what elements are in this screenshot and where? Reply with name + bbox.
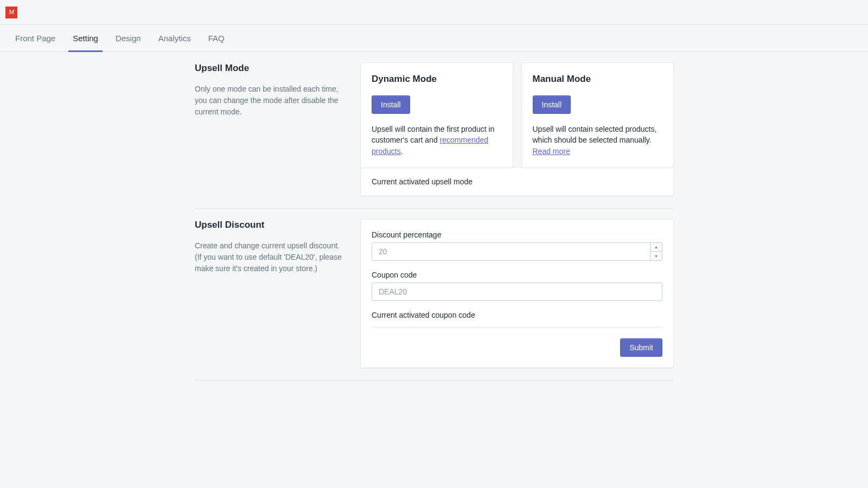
dynamic-mode-card: Dynamic Mode Install Upsell will contain… — [361, 63, 513, 168]
upsell-discount-description: Create and change current upsell discoun… — [195, 240, 346, 274]
dynamic-mode-title: Dynamic Mode — [372, 74, 502, 85]
manual-mode-card: Manual Mode Install Upsell will contain … — [522, 63, 674, 168]
percentage-input[interactable] — [372, 243, 650, 260]
nav-tab-front-page[interactable]: Front Page — [7, 25, 64, 52]
nav-tab-faq[interactable]: FAQ — [200, 25, 233, 52]
submit-button[interactable]: Submit — [620, 338, 662, 357]
coupon-label: Coupon code — [372, 271, 662, 279]
dynamic-mode-description: Upsell will contain the first product in… — [372, 124, 502, 157]
app-header: M — [0, 0, 868, 25]
upsell-mode-title: Upsell Mode — [195, 63, 346, 74]
manual-install-button[interactable]: Install — [533, 95, 571, 114]
percentage-label: Discount percentage — [372, 230, 662, 239]
spinner-up-icon[interactable]: ▲ — [650, 243, 662, 252]
percentage-spinner: ▲ ▼ — [650, 243, 662, 260]
dynamic-install-button[interactable]: Install — [372, 95, 410, 114]
discount-form-card: Discount percentage ▲ ▼ Coupon code Curr… — [361, 220, 673, 368]
nav-tab-design[interactable]: Design — [107, 25, 150, 52]
nav-tab-setting[interactable]: Setting — [64, 25, 107, 52]
manual-mode-description: Upsell will contain selected products, w… — [533, 124, 663, 157]
nav-tab-analytics[interactable]: Analytics — [150, 25, 200, 52]
upsell-mode-description: Only one mode can be installed each time… — [195, 84, 346, 118]
upsell-discount-title: Upsell Discount — [195, 220, 346, 230]
read-more-link[interactable]: Read more — [533, 147, 570, 156]
manual-mode-title: Manual Mode — [533, 74, 663, 85]
app-logo-icon: M — [5, 7, 17, 18]
coupon-input[interactable] — [372, 282, 662, 301]
percentage-input-wrap: ▲ ▼ — [372, 242, 662, 261]
section-upsell-mode: Upsell Mode Only one mode can be install… — [195, 63, 673, 209]
active-mode-status: Current activated upsell mode — [361, 168, 673, 196]
spinner-down-icon[interactable]: ▼ — [650, 252, 662, 260]
section-upsell-discount: Upsell Discount Create and change curren… — [195, 220, 673, 381]
main-nav: Front Page Setting Design Analytics FAQ — [0, 25, 868, 52]
active-coupon-status: Current activated coupon code — [372, 311, 662, 328]
